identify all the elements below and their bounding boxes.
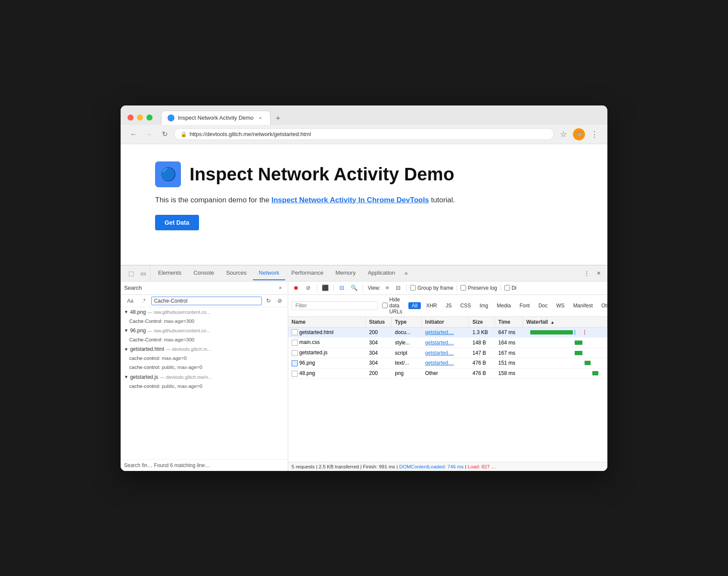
- table-row[interactable]: getstarted.html 200 docu... getstarted..…: [288, 328, 607, 338]
- tab-close-button[interactable]: ×: [257, 115, 264, 121]
- address-input-wrap[interactable]: 🔒 https://devtools.glitch.me/network/get…: [174, 128, 554, 140]
- group-by-frame-text: Group by frame: [417, 285, 453, 291]
- row-time-2: 164 ms: [495, 338, 523, 347]
- search-result-header-4[interactable]: ▼ getstarted.js — devtools.glitch.me/n..…: [121, 372, 288, 382]
- group-by-frame-label[interactable]: Group by frame: [410, 285, 453, 291]
- search-cancel-button[interactable]: ⊘: [276, 297, 284, 305]
- col-header-size[interactable]: Size: [469, 317, 495, 327]
- page-title-row: 🔵 Inspect Network Activity Demo: [155, 161, 573, 187]
- row-waterfall-1: [523, 328, 607, 337]
- new-tab-button[interactable]: +: [272, 113, 284, 125]
- forward-button[interactable]: →: [143, 128, 155, 140]
- filter-ws[interactable]: WS: [553, 302, 568, 309]
- close-button[interactable]: [128, 115, 134, 121]
- filter-img[interactable]: Img: [476, 302, 492, 309]
- search-result-header-1[interactable]: ▼ 48.png — raw.githubusercontent.co...: [121, 307, 288, 317]
- devtools-settings-button[interactable]: ⋮: [582, 268, 592, 279]
- row-time-4: 151 ms: [495, 358, 523, 368]
- preserve-log-checkbox[interactable]: [460, 285, 466, 291]
- col-header-time[interactable]: Time: [495, 317, 523, 327]
- devtools-link[interactable]: Inspect Network Activity In Chrome DevTo…: [271, 196, 429, 204]
- search-result-detail-2: Cache-Control: max-age=300: [121, 335, 288, 344]
- devtools-close-button[interactable]: ×: [594, 268, 604, 279]
- more-tabs-button[interactable]: »: [401, 266, 411, 280]
- filter-doc[interactable]: Doc: [535, 302, 551, 309]
- table-row[interactable]: main.css 304 style... getstarted.... 148…: [288, 338, 607, 348]
- reload-button[interactable]: ↻: [159, 128, 171, 140]
- col-header-name[interactable]: Name: [288, 317, 366, 327]
- tab-memory[interactable]: Memory: [330, 266, 362, 280]
- record-button[interactable]: ⏺: [292, 283, 301, 293]
- search-result-header-2[interactable]: ▼ 96.png — raw.githubusercontent.co...: [121, 326, 288, 335]
- table-row[interactable]: 96.png 304 text/... getstarted.... 476 B…: [288, 358, 607, 369]
- filter-toggle-button[interactable]: ⊟: [337, 283, 347, 293]
- filter-css[interactable]: CSS: [457, 302, 475, 309]
- row-waterfall-2: [523, 338, 607, 347]
- compact-view-button[interactable]: ⊟: [394, 284, 403, 292]
- search-result-detail-1: Cache-Control: max-age=300: [121, 317, 288, 326]
- hide-data-urls-label[interactable]: Hide data URLs: [382, 297, 402, 315]
- search-network-button[interactable]: 🔍: [349, 283, 359, 293]
- preserve-log-label[interactable]: Preserve log: [460, 285, 497, 291]
- minimize-button[interactable]: [137, 115, 143, 121]
- search-clear-button[interactable]: ×: [277, 284, 284, 292]
- menu-button[interactable]: ⋮: [588, 128, 600, 140]
- col-header-waterfall[interactable]: Waterfall ▲: [523, 317, 607, 327]
- tab-performance[interactable]: Performance: [285, 266, 329, 280]
- disable-cache-checkbox[interactable]: [504, 285, 510, 291]
- row-type-5: png: [392, 369, 422, 378]
- list-view-button[interactable]: ≡: [383, 284, 392, 292]
- clear-button[interactable]: ⊘: [304, 283, 313, 293]
- screenshot-button[interactable]: ⬛: [320, 283, 330, 293]
- filter-js[interactable]: JS: [442, 302, 455, 309]
- hide-data-urls-checkbox[interactable]: [382, 303, 388, 308]
- chevron-down-icon-2: ▼: [124, 328, 128, 333]
- lock-icon: 🔒: [180, 131, 187, 137]
- result-source-4: — devtools.glitch.me/n...: [160, 375, 212, 380]
- search-result-header-3[interactable]: ▼ getstarted.html — devtools.glitch.m...: [121, 344, 288, 354]
- row-size-4: 476 B: [469, 358, 495, 368]
- search-case-sensitive-button[interactable]: Aa: [124, 297, 137, 305]
- tab-application[interactable]: Application: [362, 266, 401, 280]
- row-status-5: 200: [366, 369, 392, 378]
- table-row[interactable]: getstarted.js 304 script getstarted.... …: [288, 348, 607, 358]
- element-picker-icon[interactable]: ⬚: [126, 268, 136, 279]
- col-header-status[interactable]: Status: [366, 317, 392, 327]
- get-data-button[interactable]: Get Data: [155, 215, 199, 230]
- tab-elements[interactable]: Elements: [152, 266, 187, 280]
- search-results: ▼ 48.png — raw.githubusercontent.co... C…: [121, 307, 288, 459]
- tab-console[interactable]: Console: [187, 266, 220, 280]
- result-source-1: — raw.githubusercontent.co...: [148, 310, 211, 315]
- search-refresh-button[interactable]: ↻: [264, 297, 273, 305]
- tab-sources[interactable]: Sources: [220, 266, 253, 280]
- page-content: 🔵 Inspect Network Activity Demo This is …: [121, 144, 607, 265]
- avatar[interactable]: 🐵: [573, 128, 585, 140]
- filter-media[interactable]: Media: [493, 302, 514, 309]
- network-table: Name Status Type Initiator Size Time Wat…: [288, 317, 607, 462]
- tab-network[interactable]: Network: [253, 266, 286, 280]
- filter-manifest[interactable]: Manifest: [570, 302, 596, 309]
- group-by-frame-checkbox[interactable]: [410, 285, 416, 291]
- toolbar-separator-3: [362, 285, 363, 291]
- disable-cache-label[interactable]: Di: [504, 285, 516, 291]
- filter-xhr[interactable]: XHR: [423, 302, 440, 309]
- col-header-initiator[interactable]: Initiator: [422, 317, 469, 327]
- bookmark-button[interactable]: ☆: [557, 128, 569, 140]
- filter-input[interactable]: [292, 301, 378, 310]
- col-header-type[interactable]: Type: [392, 317, 422, 327]
- filter-all[interactable]: All: [408, 302, 421, 309]
- status-text: 5 requests | 2.5 KB transferred | Finish…: [292, 464, 399, 469]
- tabs-area: 🌐 Inspect Network Activity Demo × +: [161, 111, 600, 125]
- row-size-5: 476 B: [469, 369, 495, 378]
- filter-font[interactable]: Font: [516, 302, 533, 309]
- table-row[interactable]: 48.png 200 png Other 476 B 158 ms: [288, 369, 607, 379]
- search-input[interactable]: Cache-Control: [151, 297, 262, 305]
- back-button[interactable]: ←: [128, 128, 140, 140]
- device-toolbar-icon[interactable]: ▭: [138, 268, 148, 279]
- fullscreen-button[interactable]: [146, 115, 152, 121]
- active-tab[interactable]: 🌐 Inspect Network Activity Demo ×: [161, 111, 271, 125]
- preserve-log-text: Preserve log: [468, 285, 497, 291]
- row-time-5: 158 ms: [495, 369, 523, 378]
- filter-other[interactable]: Other: [598, 302, 607, 309]
- search-regex-button[interactable]: .*: [139, 297, 149, 305]
